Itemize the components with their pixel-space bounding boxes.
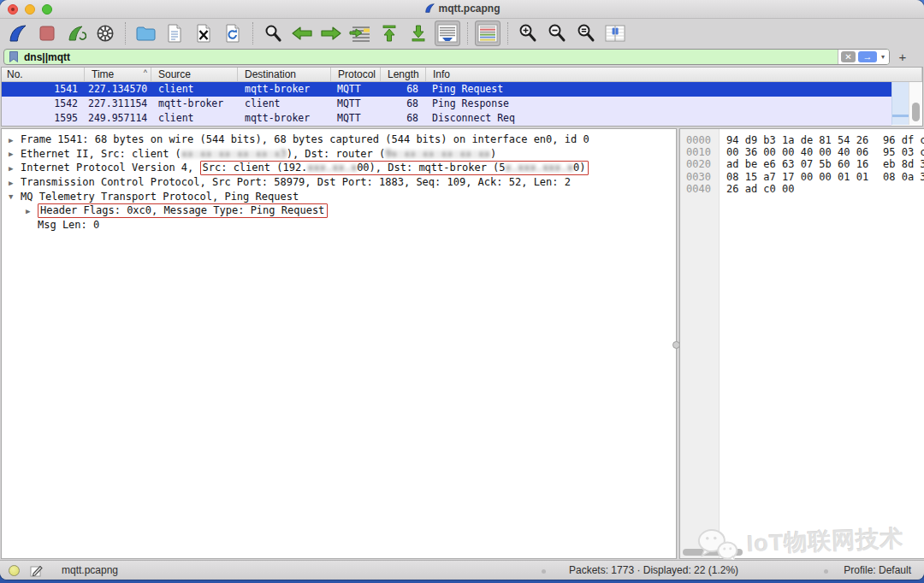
- arrow-right-icon: [320, 26, 342, 41]
- column-protocol[interactable]: Protocol: [331, 68, 381, 81]
- expert-info-icon[interactable]: [9, 565, 20, 576]
- resize-columns-button[interactable]: [602, 21, 628, 46]
- resize-columns-icon: [605, 25, 625, 42]
- packet-list-scrollbar[interactable]: [909, 82, 922, 125]
- redacted-dst-ip: x.xxx.xxx.x: [506, 162, 573, 174]
- arrow-left-icon: [291, 26, 313, 41]
- restart-capture-button[interactable]: [63, 21, 89, 46]
- find-packet-button[interactable]: [260, 21, 286, 46]
- window-title: mqtt.pcapng: [0, 3, 924, 15]
- save-document-icon: [165, 23, 184, 44]
- go-to-packet-button[interactable]: [347, 21, 373, 46]
- bookmark-icon[interactable]: [9, 50, 19, 63]
- auto-scroll-toggle[interactable]: [435, 21, 460, 46]
- go-to-first-button[interactable]: [376, 21, 402, 46]
- packet-counts: Packets: 1773 · Displayed: 22 (1.2%): [569, 564, 738, 576]
- packet-row-1595[interactable]: 1595249.957114clientmqtt-brokerMQTT68Dis…: [2, 111, 891, 126]
- hex-horizontal-scrollbar[interactable]: [683, 549, 743, 556]
- zoom-out-icon: [547, 23, 567, 44]
- close-file-button[interactable]: [191, 21, 216, 46]
- detail-tcp-row[interactable]: ▶Transmission Control Protocol, Src Port…: [2, 175, 676, 190]
- expand-icon[interactable]: ▶: [9, 133, 21, 148]
- column-destination[interactable]: Destination: [238, 68, 331, 81]
- column-source[interactable]: Source: [151, 68, 238, 81]
- zoom-100-icon: [576, 23, 596, 44]
- hex-row[interactable]: 000094 d9 b3 1a de 81 54 2696 df c4: [680, 134, 924, 146]
- hex-row[interactable]: 004026 ad c0 00: [680, 183, 924, 195]
- filter-bar: dns||mqtt ✕ → ▾ +: [0, 48, 924, 67]
- column-info[interactable]: Info: [426, 68, 922, 81]
- column-length[interactable]: Length: [381, 68, 426, 81]
- packet-row-1541[interactable]: 1541227.134570clientmqtt-brokerMQTT68Pin…: [2, 82, 891, 97]
- column-no[interactable]: No.: [2, 68, 85, 81]
- title-bar: mqtt.pcapng: [0, 0, 924, 19]
- stop-capture-button[interactable]: [34, 21, 60, 46]
- toolbar-separator: [467, 22, 468, 44]
- toolbar-separator: [125, 22, 126, 44]
- packet-detail-pane: ▶Frame 1541: 68 bytes on wire (544 bits)…: [1, 128, 677, 559]
- goto-packet-icon: [349, 25, 371, 42]
- packet-list-pane: No. Time^ Source Destination Protocol Le…: [1, 67, 923, 127]
- detail-mqtt-msglen-row[interactable]: Msg Len: 0: [2, 218, 676, 233]
- red-annotation-box: Header Flags: 0xc0, Message Type: Ping R…: [38, 203, 328, 218]
- hex-row[interactable]: 0020ad be e6 63 07 5b 60 16eb 8d 31: [680, 158, 924, 170]
- filter-clear-button[interactable]: ✕: [841, 51, 856, 62]
- go-back-button[interactable]: [289, 21, 315, 46]
- zoom-in-button[interactable]: [515, 21, 541, 46]
- zoom-in-icon: [518, 23, 538, 44]
- redacted-src-mac: xx:xx:xx:xx:xx:x3: [181, 148, 287, 160]
- go-forward-button[interactable]: [318, 21, 344, 46]
- detail-ip-row[interactable]: ▶Internet Protocol Version 4, Src: clien…: [2, 161, 676, 175]
- capture-comment-pencil-icon[interactable]: [30, 564, 43, 577]
- expand-icon[interactable]: ▶: [26, 204, 38, 219]
- collapse-icon[interactable]: ▼: [9, 190, 21, 204]
- detail-ethernet-row[interactable]: ▶Ethernet II, Src: client (xx:xx:xx:xx:x…: [2, 147, 676, 162]
- filter-apply-button[interactable]: →: [858, 51, 877, 62]
- toolbar-separator: [252, 22, 253, 44]
- green-fin-restart-icon: [66, 23, 86, 44]
- main-toolbar: [0, 19, 924, 48]
- close-document-icon: [194, 23, 213, 44]
- zoom-reset-button[interactable]: [573, 21, 599, 46]
- arrow-down-bar-icon: [410, 24, 427, 43]
- profile-indicator[interactable]: Profile: Default: [844, 564, 911, 576]
- capture-options-button[interactable]: [92, 21, 118, 46]
- shark-fin-icon: [8, 23, 28, 44]
- wireshark-window: mqtt.pcapng dns||mqtt: [0, 0, 924, 580]
- gear-icon: [95, 23, 116, 44]
- capture-file-name[interactable]: mqtt.pcapng: [62, 564, 118, 576]
- sort-ascending-icon: ^: [144, 68, 147, 81]
- detail-mqtt-row[interactable]: ▼MQ Telemetry Transport Protocol, Ping R…: [2, 190, 676, 204]
- statusbar-separator-dot: [542, 569, 546, 574]
- expand-icon[interactable]: ▶: [9, 176, 21, 191]
- scrollbar-thumb[interactable]: [912, 103, 920, 121]
- save-file-button[interactable]: [162, 21, 187, 46]
- magnifier-icon: [263, 23, 283, 44]
- redacted-dst-mac: 9x:xx:xx:xx:xx:xx: [385, 148, 490, 160]
- hex-row[interactable]: 003008 15 a7 17 00 00 01 0108 0a 3b: [680, 171, 924, 183]
- filter-dropdown-caret[interactable]: ▾: [880, 53, 886, 61]
- open-file-button[interactable]: [133, 21, 158, 46]
- column-time[interactable]: Time^: [85, 68, 151, 81]
- go-to-last-button[interactable]: [406, 21, 431, 46]
- display-filter-input[interactable]: dns||mqtt ✕ → ▾: [3, 49, 890, 65]
- filter-add-button[interactable]: +: [895, 50, 910, 64]
- zoom-out-button[interactable]: [544, 21, 570, 46]
- auto-scroll-icon: [437, 24, 458, 43]
- reload-file-button[interactable]: [220, 21, 246, 46]
- expand-icon[interactable]: ▶: [9, 147, 21, 162]
- colorize-toggle[interactable]: [475, 21, 500, 46]
- packet-list-minimap[interactable]: [891, 82, 909, 125]
- colorize-icon: [477, 24, 498, 43]
- wireshark-fin-icon: [424, 3, 435, 14]
- hex-row[interactable]: 001000 36 00 00 40 00 40 0695 03 c0: [680, 146, 924, 158]
- stop-icon: [38, 24, 56, 43]
- packet-list-header: No. Time^ Source Destination Protocol Le…: [2, 68, 922, 82]
- packet-row-1542[interactable]: 1542227.311154mqtt-brokerclientMQTT68Pin…: [2, 97, 891, 111]
- detail-mqtt-header-flags-row[interactable]: ▶Header Flags: 0xc0, Message Type: Ping …: [2, 203, 676, 218]
- expand-icon[interactable]: ▶: [9, 162, 21, 176]
- start-capture-button[interactable]: [5, 21, 31, 46]
- hex-dump-pane: 000094 d9 b3 1a de 81 54 2696 df c4 0010…: [679, 128, 924, 559]
- detail-frame-row[interactable]: ▶Frame 1541: 68 bytes on wire (544 bits)…: [2, 132, 676, 147]
- reload-document-icon: [223, 23, 242, 44]
